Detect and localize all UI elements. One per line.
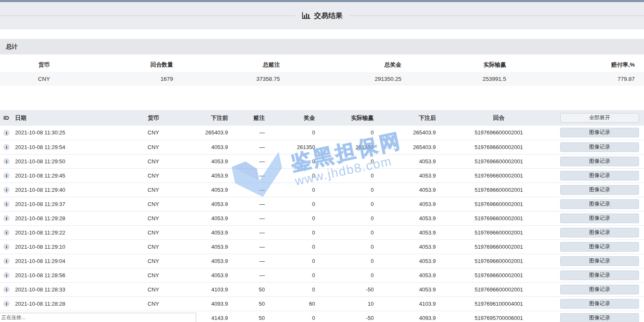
image-record-button[interactable]: 图像记录	[560, 256, 639, 266]
info-icon[interactable]: i	[3, 215, 10, 222]
row-bet: —	[230, 183, 266, 197]
summary-col-net: 实际输赢	[411, 58, 515, 72]
row-bet: —	[230, 140, 266, 154]
summary-payout-rate: 779.87	[515, 72, 644, 86]
status-tooltip: 正在连接...	[0, 313, 196, 322]
image-record-button[interactable]: 图像记录	[560, 228, 639, 237]
row-currency: CNY	[137, 225, 170, 240]
image-record-button[interactable]: 图像记录	[560, 128, 639, 137]
image-record-button[interactable]: 图像记录	[560, 142, 639, 152]
row-currency: CNY	[137, 268, 170, 282]
row-date: 2021-10-08 11:29:04	[13, 254, 137, 268]
summary-col-payout-rate: 赔付率,%	[515, 58, 644, 72]
table-row: i 2021-10-08 11:30:25 CNY 265403.9 — 0 0…	[0, 126, 644, 140]
row-round: 5197696600002001	[437, 240, 560, 254]
header-round: 回合	[437, 110, 560, 126]
row-net: 0	[317, 168, 375, 183]
table-row: i 2021-10-08 11:29:40 CNY 4053.9 — 0 0 4…	[0, 183, 644, 197]
image-record-button[interactable]: 图像记录	[560, 171, 639, 180]
image-record-button[interactable]: 图像记录	[560, 214, 639, 223]
row-currency: CNY	[137, 240, 170, 254]
info-icon[interactable]: i	[3, 158, 10, 165]
row-net: -50	[317, 282, 375, 296]
row-bet-after: 4053.9	[375, 168, 437, 183]
row-bet-after: 265403.9	[375, 140, 437, 154]
info-icon[interactable]: i	[3, 258, 10, 264]
row-net: 0	[317, 211, 375, 225]
row-round: 5197696600002001	[437, 140, 560, 154]
row-prize: 0	[266, 225, 317, 240]
row-currency: CNY	[137, 211, 170, 225]
bar-chart-icon	[302, 12, 311, 20]
table-row: i 2021-10-08 11:28:56 CNY 4053.9 — 0 0 4…	[0, 268, 644, 282]
row-round: 5197696600002001	[437, 211, 560, 225]
row-bet-before: 4103.9	[170, 282, 230, 296]
row-bet: —	[230, 268, 266, 282]
row-round: 5197696600002001	[437, 254, 560, 268]
header-currency: 货币	[137, 110, 170, 126]
row-prize: 0	[266, 268, 317, 282]
info-icon[interactable]: i	[3, 187, 10, 193]
info-icon[interactable]: i	[3, 286, 10, 293]
row-bet-after: 4053.9	[375, 197, 437, 211]
summary-col-total-prize: 总奖金	[289, 58, 411, 72]
info-icon[interactable]: i	[3, 201, 10, 207]
row-prize: 60	[266, 296, 317, 311]
row-round: 5197696600002001	[437, 268, 560, 282]
row-prize: 0	[266, 282, 317, 296]
info-icon[interactable]: i	[3, 244, 10, 250]
info-icon[interactable]: i	[3, 130, 10, 136]
summary-rounds: 1679	[88, 72, 182, 86]
row-date: 2021-10-08 11:29:40	[13, 183, 137, 197]
row-bet-before: 4053.9	[170, 254, 230, 268]
row-net: 0	[317, 154, 375, 168]
image-record-button[interactable]: 图像记录	[560, 313, 639, 322]
table-row: i 2021-10-08 11:29:37 CNY 4053.9 — 0 0 4…	[0, 197, 644, 211]
image-record-button[interactable]: 图像记录	[560, 299, 639, 309]
row-bet-before: 4053.9	[170, 197, 230, 211]
image-record-button[interactable]: 图像记录	[560, 199, 639, 209]
expand-all-button[interactable]: 全部展开	[560, 113, 639, 123]
image-record-button[interactable]: 图像记录	[560, 185, 639, 195]
row-currency: CNY	[137, 154, 170, 168]
row-prize: 0	[266, 183, 317, 197]
header-prize: 奖金	[266, 110, 317, 126]
page-title-text: 交易结果	[314, 11, 343, 21]
table-row: i 2021-10-08 11:29:04 CNY 4053.9 — 0 0 4…	[0, 254, 644, 268]
header-bet-after: 下注后	[375, 110, 437, 126]
row-date: 2021-10-08 11:29:45	[13, 168, 137, 183]
table-row: i 2021-10-08 11:29:28 CNY 4053.9 — 0 0 4…	[0, 211, 644, 225]
info-icon[interactable]: i	[3, 301, 10, 307]
page-title: 交易结果	[0, 11, 644, 21]
row-bet: 50	[230, 311, 266, 322]
row-round: 5197696600002001	[437, 168, 560, 183]
info-icon[interactable]: i	[3, 144, 10, 150]
row-bet: —	[230, 154, 266, 168]
row-bet-before: 4053.9	[170, 140, 230, 154]
row-currency: CNY	[137, 296, 170, 311]
row-bet-after: 265403.9	[375, 126, 437, 140]
row-net: 0	[317, 225, 375, 240]
row-bet-after: 4053.9	[375, 183, 437, 197]
row-bet-before: 4053.9	[170, 168, 230, 183]
row-bet-before: 4093.9	[170, 296, 230, 311]
info-icon[interactable]: i	[3, 229, 10, 236]
image-record-button[interactable]: 图像记录	[560, 242, 639, 252]
row-date: 2021-10-08 11:28:28	[13, 296, 137, 311]
summary-table: 货币 回合数量 总赌注 总奖金 实际输赢 赔付率,% CNY 1679 3735…	[0, 58, 644, 86]
row-date: 2021-10-08 11:29:50	[13, 154, 137, 168]
row-prize: 0	[266, 154, 317, 168]
row-bet: —	[230, 240, 266, 254]
row-prize: 0	[266, 240, 317, 254]
row-net: 10	[317, 296, 375, 311]
table-row: i 2021-10-08 11:29:50 CNY 4053.9 — 0 0 4…	[0, 154, 644, 168]
row-bet-after: 4053.9	[375, 254, 437, 268]
image-record-button[interactable]: 图像记录	[560, 285, 639, 294]
image-record-button[interactable]: 图像记录	[560, 270, 639, 280]
header-net: 实际输赢	[317, 110, 375, 126]
image-record-button[interactable]: 图像记录	[560, 157, 639, 166]
info-icon[interactable]: i	[3, 173, 10, 179]
row-currency: CNY	[137, 168, 170, 183]
row-date: 2021-10-08 11:28:56	[13, 268, 137, 282]
info-icon[interactable]: i	[3, 272, 10, 278]
